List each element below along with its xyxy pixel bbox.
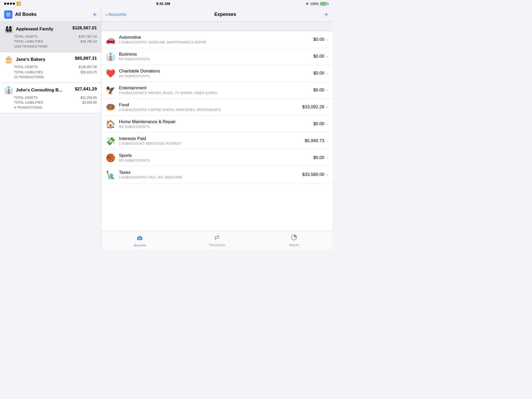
expense-name-food: Food [119,102,299,108]
right-panel: ‹ Accounts Expenses + 🚗 Automotive 2 SUB… [101,7,332,249]
assets-value-consulting: $31,250.85 [81,95,97,100]
tab-label-transactions: Transactions [209,243,225,247]
svg-rect-1 [6,14,10,15]
expense-amount-charitable: $0.00 [313,71,324,76]
account-assets-row-consulting: TOTAL ASSETS $31,250.85 [14,95,97,100]
expenses-list: 🚗 Automotive 2 SUBACCOUNTS: GASOLINE, MA… [101,31,332,231]
main-layout: All Books + 👨‍👩‍👧‍👦 Appleseed Family $12… [0,7,332,249]
expense-info-sports: Sports NO SUBACCOUNTS. [119,153,310,162]
expense-item-food[interactable]: 🍩 Food 3 SUBACCOUNTS: COFFEE SHOPS, GROC… [101,99,332,116]
expense-icon-taxes: 🗽 [105,170,115,179]
expense-item-charitable[interactable]: ❤️ Charitable Donations NO SUBACCOUNTS. … [101,65,332,82]
liabilities-label-appleseed: TOTAL LIABILITIES [14,39,43,44]
account-name-row: 👨‍👩‍👧‍👦 Appleseed Family [4,25,54,33]
chevron-right-icon-sports: ›› [326,156,328,160]
account-name-row: 👔 John's Consulting B... [4,87,62,94]
expense-amount-taxes: $33,580.00 [302,172,324,177]
expense-amount-entertainment: $0.00 [313,88,324,93]
expense-item-automotive[interactable]: 🚗 Automotive 2 SUBACCOUNTS: GASOLINE, MA… [101,31,332,48]
battery-fill [321,3,326,5]
expense-icon-sports: 🏀 [105,153,115,162]
expense-icon-home: 🏠 [105,119,115,129]
dot2 [7,3,9,5]
expense-name-home: Home Maintenance & Repair [119,119,310,124]
account-name-bakery: Jane's Bakery [16,57,45,62]
expense-right-food: $33,092.26 ›› [302,104,328,110]
expense-amount-interests: $5,940.73 [305,138,324,143]
status-time: 9:41 AM [156,2,170,6]
expense-info-home: Home Maintenance & Repair NO SUBACCOUNTS… [119,119,310,129]
expense-sub-home: NO SUBACCOUNTS. [119,125,310,129]
liabilities-value-consulting: $3,609.56 [82,100,97,105]
expense-icon-food: 🍩 [105,103,115,112]
account-item-appleseed[interactable]: 👨‍👩‍👧‍👦 Appleseed Family $126,567.01 TOT… [0,22,101,52]
tab-item-reports[interactable]: Reports [284,234,304,247]
right-panel-bottom: 🚗 Automotive 2 SUBACCOUNTS: GASOLINE, MA… [101,31,332,249]
section-header [101,22,332,31]
account-emoji-bakery: 🎂 [4,56,13,63]
bluetooth-icon: ✲ [306,2,309,6]
svg-rect-7 [140,238,141,239]
expense-item-interests[interactable]: 💸 Interests Paid 1 SUBACCOUNT: MORTGAGE … [101,132,332,149]
expense-name-taxes: Taxes [119,170,299,175]
svg-rect-5 [139,236,141,237]
dot4 [13,3,15,5]
assets-value-bakery: $136,807.56 [79,65,97,70]
expense-name-charitable: Charitable Donations [119,69,310,74]
expense-item-business[interactable]: 👔 Business NO SUBACCOUNTS. $0.00 ›› [101,48,332,65]
expense-info-automotive: Automotive 2 SUBACCOUNTS: GASOLINE, MAIN… [119,35,310,44]
liabilities-label-bakery: TOTAL LIABILITIES [14,70,43,75]
expense-icon-charitable: ❤️ [105,69,115,78]
expense-sub-entertainment: 4 SUBACCOUNTS: MOVIES, MUSIC, TV SHOWS, … [119,91,310,95]
expense-amount-food: $33,092.26 [302,104,324,110]
tab-item-accounts[interactable]: Accounts [129,234,150,247]
right-header: ‹ Accounts Expenses + [101,7,332,22]
expense-icon-automotive: 🚗 [105,35,115,44]
tab-item-transactions[interactable]: Transactions [207,234,227,247]
add-expense-button[interactable]: + [324,11,328,18]
account-name-row: 🎂 Jane's Bakery [4,56,45,63]
tab-icon-reports [290,234,298,243]
account-assets-row-bakery: TOTAL ASSETS $136,807.56 [14,65,97,70]
expense-item-entertainment[interactable]: 🦅 Entertainment 4 SUBACCOUNTS: MOVIES, M… [101,82,332,99]
books-list-icon [6,12,11,17]
expense-info-charitable: Charitable Donations NO SUBACCOUNTS. [119,69,310,78]
sidebar: All Books + 👨‍👩‍👧‍👦 Appleseed Family $12… [0,7,101,249]
liabilities-value-appleseed: $40,790.33 [81,39,97,44]
expense-right-home: $0.00 ›› [313,121,328,127]
expense-info-business: Business NO SUBACCOUNTS. [119,52,310,61]
back-to-accounts-button[interactable]: ‹ Accounts [105,11,127,17]
expense-item-home[interactable]: 🏠 Home Maintenance & Repair NO SUBACCOUN… [101,116,332,132]
liabilities-label-consulting: TOTAL LIABILITIES [14,100,43,105]
account-liabilities-row-bakery: TOTAL LIABILITIES $50,910.25 [14,70,97,75]
chevron-right-icon-charitable: ›› [326,71,328,75]
account-name-consulting: John's Consulting B... [16,88,62,93]
back-chevron-icon: ‹ [105,11,107,17]
expense-name-business: Business [119,52,310,57]
expense-item-taxes[interactable]: 🗽 Taxes 3 SUBACCOUNTS: FICA, IRS, MEDICA… [101,166,332,183]
expense-name-sports: Sports [119,153,310,158]
expense-item-sports[interactable]: 🏀 Sports NO SUBACCOUNTS. $0.00 ›› [101,149,332,166]
battery-icon [320,2,328,5]
chevron-right-icon-home: ›› [326,122,328,126]
liabilities-value-bakery: $50,910.25 [81,70,97,75]
account-item-consulting[interactable]: 👔 John's Consulting B... $27,641.29 TOTA… [0,83,101,113]
sidebar-header: All Books + [0,7,101,22]
expense-amount-home: $0.00 [313,121,324,127]
add-book-button[interactable]: + [93,11,97,18]
wifi-icon: 📶 [16,2,21,6]
expense-info-food: Food 3 SUBACCOUNTS: COFFEE SHOPS, GROCER… [119,102,299,112]
expense-sub-business: NO SUBACCOUNTS. [119,57,310,61]
tab-bar: Accounts Transactions Reports [101,231,332,249]
assets-label-bakery: TOTAL ASSETS [14,65,38,70]
account-row: 👔 John's Consulting B... $27,641.29 [4,87,97,94]
svg-rect-8 [139,238,140,239]
svg-rect-6 [138,238,139,239]
expense-right-sports: $0.00 ›› [313,155,328,160]
back-label: Accounts [108,12,127,17]
account-item-bakery[interactable]: 🎂 Jane's Bakery $85,897.31 TOTAL ASSETS … [0,52,101,83]
assets-label-appleseed: TOTAL ASSETS [14,34,38,39]
expense-name-automotive: Automotive [119,35,310,40]
account-balance-bakery: $85,897.31 [75,56,97,61]
expense-right-entertainment: $0.00 ›› [313,88,328,93]
